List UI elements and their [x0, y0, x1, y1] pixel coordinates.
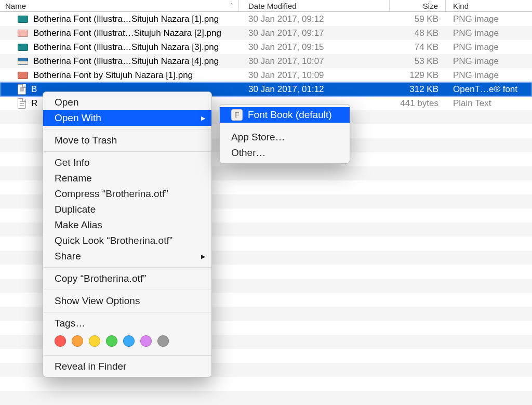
context-menu: Open Open With Move to Trash Get Info Re…	[43, 92, 212, 377]
file-row[interactable]: Botherina Font (Illustrat…Situjuh Nazara…	[0, 26, 532, 40]
menu-item-compress[interactable]: Compress “Brotherina.otf”	[43, 186, 211, 202]
sort-ascending-icon: ˄	[230, 3, 238, 9]
file-kind: Plain Text	[446, 98, 532, 109]
open-with-submenu: F Font Book (default) App Store… Other…	[219, 104, 350, 164]
font-file-icon	[18, 84, 26, 95]
file-kind: PNG image	[446, 42, 532, 53]
column-header-row: Name ˄ Date Modified Size Kind	[0, 0, 532, 12]
file-name: R	[31, 98, 37, 109]
menu-item-quick-look[interactable]: Quick Look “Brotherina.otf”	[43, 233, 211, 249]
file-size: 48 KB	[390, 28, 446, 38]
menu-separator	[44, 312, 211, 312]
image-thumbnail-icon	[18, 16, 28, 23]
file-row[interactable]: Botherina Font by Situjuh Nazara [1].png…	[0, 68, 532, 82]
file-kind: PNG image	[446, 28, 532, 38]
file-name: Botherina Font (Illustra…Situjuh Nazara …	[33, 42, 219, 53]
text-file-icon	[18, 98, 26, 109]
menu-item-show-view-options[interactable]: Show View Options	[43, 293, 211, 309]
column-header-name[interactable]: Name ˄	[0, 0, 239, 11]
empty-row	[0, 377, 532, 391]
menu-item-rename[interactable]: Rename	[43, 171, 211, 186]
file-kind: PNG image	[446, 14, 532, 24]
file-row[interactable]: Botherina Font (Illustra…Situjuh Nazara …	[0, 54, 532, 68]
menu-item-duplicate[interactable]: Duplicate	[43, 202, 211, 217]
menu-item-get-info[interactable]: Get Info	[43, 155, 211, 171]
menu-separator	[44, 290, 211, 290]
submenu-item-other[interactable]: Other…	[220, 145, 350, 161]
file-size: 129 KB	[390, 70, 446, 81]
file-row[interactable]: Botherina Font (Illustra…Situjuh Nazara …	[0, 12, 532, 26]
column-header-date[interactable]: Date Modified	[239, 0, 390, 11]
file-date: 30 Jan 2017, 09:12	[239, 14, 390, 24]
image-thumbnail-icon	[18, 30, 28, 37]
file-kind: PNG image	[446, 56, 532, 67]
tag-color-swatch[interactable]	[72, 335, 83, 347]
column-header-size[interactable]: Size	[390, 0, 446, 11]
file-size: 59 KB	[390, 14, 446, 24]
file-date: 30 Jan 2017, 09:17	[239, 28, 390, 38]
image-thumbnail-icon	[18, 72, 28, 79]
image-thumbnail-icon	[18, 44, 28, 51]
file-name: Botherina Font (Illustra…Situjuh Nazara …	[33, 56, 219, 67]
menu-item-reveal-in-finder[interactable]: Reveal in Finder	[43, 359, 211, 374]
file-kind: OpenT…e® font	[446, 84, 532, 95]
file-date: 30 Jan 2017, 01:12	[239, 84, 390, 95]
file-name: Botherina Font (Illustra…Situjuh Nazara …	[33, 14, 219, 24]
empty-row	[0, 391, 532, 405]
menu-separator	[44, 129, 211, 129]
menu-separator	[44, 151, 211, 152]
file-kind: PNG image	[446, 70, 532, 81]
file-name: Botherina Font by Situjuh Nazara [1].png	[33, 70, 193, 81]
file-date: 30 Jan 2017, 09:15	[239, 42, 390, 53]
menu-separator	[44, 267, 211, 268]
file-date: 30 Jan 2017, 10:09	[239, 70, 390, 81]
tag-color-row	[43, 331, 211, 352]
tag-color-swatch[interactable]	[123, 335, 135, 347]
tag-color-swatch[interactable]	[89, 335, 100, 347]
menu-separator	[44, 355, 211, 356]
file-name: Botherina Font (Illustrat…Situjuh Nazara…	[33, 28, 221, 38]
menu-item-copy[interactable]: Copy “Brotherina.otf”	[43, 271, 211, 286]
submenu-item-font-book[interactable]: F Font Book (default)	[220, 107, 350, 123]
menu-item-open-with[interactable]: Open With	[43, 110, 211, 126]
file-size: 53 KB	[390, 56, 446, 67]
tag-color-swatch[interactable]	[106, 335, 117, 347]
menu-item-open[interactable]: Open	[43, 95, 211, 110]
tag-color-swatch[interactable]	[140, 335, 152, 347]
file-name: B	[31, 84, 37, 95]
menu-item-make-alias[interactable]: Make Alias	[43, 217, 211, 233]
file-size: 441 bytes	[390, 98, 446, 109]
tag-color-swatch[interactable]	[55, 335, 66, 347]
submenu-item-app-store[interactable]: App Store…	[220, 129, 350, 145]
menu-item-tags[interactable]: Tags…	[43, 316, 211, 331]
menu-separator	[220, 126, 349, 126]
file-size: 74 KB	[390, 42, 446, 53]
tag-color-swatch[interactable]	[157, 335, 169, 347]
file-size: 312 KB	[390, 84, 446, 95]
font-book-icon: F	[231, 109, 243, 121]
menu-item-share[interactable]: Share	[43, 249, 211, 264]
image-thumbnail-icon	[18, 58, 28, 65]
file-row[interactable]: Botherina Font (Illustra…Situjuh Nazara …	[0, 40, 532, 54]
column-header-kind[interactable]: Kind	[446, 0, 532, 11]
file-date: 30 Jan 2017, 10:07	[239, 56, 390, 67]
menu-item-move-to-trash[interactable]: Move to Trash	[43, 133, 211, 148]
